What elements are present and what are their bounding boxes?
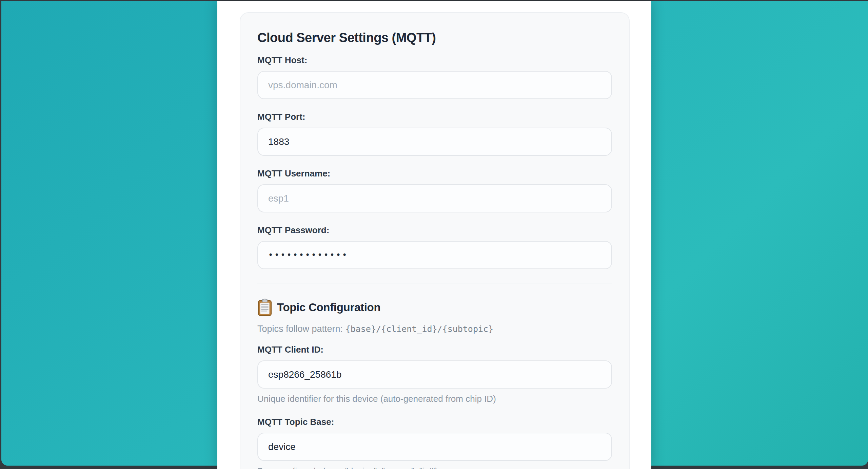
mqtt-topic-base-helper: Base prefix only (e.g., "device", "senso… [257, 466, 612, 469]
section-divider [257, 283, 612, 283]
form-group-mqtt-client-id: MQTT Client ID: Unique identifier for th… [257, 344, 612, 404]
mqtt-topic-base-label: MQTT Topic Base: [257, 417, 612, 427]
content-column: Cloud Server Settings (MQTT) MQTT Host: … [217, 1, 651, 469]
topic-pattern-prefix: Topics follow pattern: [257, 324, 346, 334]
mqtt-topic-base-input[interactable] [257, 433, 612, 461]
form-group-mqtt-username: MQTT Username: [257, 168, 612, 212]
mqtt-host-input[interactable] [257, 71, 612, 99]
topic-configuration-title: Topic Configuration [277, 301, 380, 314]
mqtt-client-id-label: MQTT Client ID: [257, 344, 612, 355]
card-title: Cloud Server Settings (MQTT) [257, 30, 612, 45]
clipboard-icon [257, 299, 272, 316]
form-group-mqtt-password: MQTT Password: [257, 225, 612, 269]
form-group-mqtt-port: MQTT Port: [257, 112, 612, 156]
mqtt-port-label: MQTT Port: [257, 112, 612, 122]
mqtt-client-id-input[interactable] [257, 360, 612, 389]
form-group-mqtt-topic-base: MQTT Topic Base: Base prefix only (e.g.,… [257, 417, 612, 469]
mqtt-port-input[interactable] [257, 128, 612, 156]
form-group-mqtt-host: MQTT Host: [257, 55, 612, 99]
mqtt-password-input[interactable] [257, 241, 612, 269]
mqtt-password-label: MQTT Password: [257, 225, 612, 236]
topic-configuration-heading: Topic Configuration [257, 299, 612, 316]
mqtt-client-id-helper: Unique identifier for this device (auto-… [257, 393, 612, 404]
mqtt-settings-card: Cloud Server Settings (MQTT) MQTT Host: … [240, 12, 630, 469]
mqtt-host-label: MQTT Host: [257, 55, 612, 65]
topic-pattern-code: {base}/{client_id}/{subtopic} [346, 324, 494, 334]
mqtt-username-label: MQTT Username: [257, 168, 612, 179]
topic-pattern-line: Topics follow pattern: {base}/{client_id… [257, 323, 612, 335]
mqtt-username-input[interactable] [257, 184, 612, 212]
